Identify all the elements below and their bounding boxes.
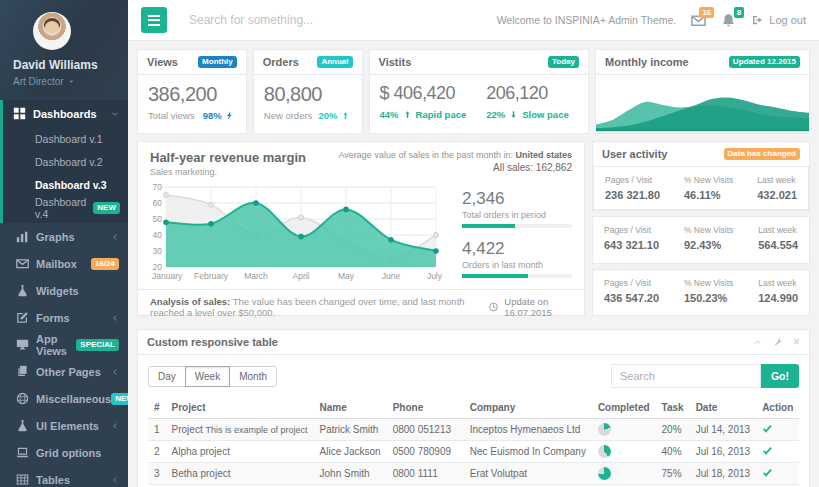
column-header-completed: Completed [592, 397, 656, 419]
visits-metric-1: 206,12022%Slow pace [486, 83, 568, 120]
monthly-income-panel: Monthly income Updated 12.2015 [595, 49, 810, 134]
cell-date: Jul 16, 2013 [690, 441, 757, 463]
column-header-action: Action [756, 397, 799, 419]
svg-text:70: 70 [153, 182, 163, 192]
income-title: Monthly income [605, 56, 689, 68]
cell-name: Patrick Smith [314, 419, 387, 441]
sidebar-item-miscellaneous[interactable]: MiscellaneousNEW [0, 385, 128, 412]
flask-icon [16, 419, 29, 432]
profile-role-dropdown[interactable]: Art Director [13, 76, 115, 87]
table-title: Custom responsive table [147, 336, 278, 348]
profile-name: David Williams [13, 58, 115, 72]
logout-button[interactable]: Log out [751, 14, 806, 26]
visits-badge: Today [548, 56, 579, 68]
flask-icon [16, 284, 29, 297]
sidebar-item-tables[interactable]: Tables [0, 466, 128, 487]
visits-value: $ 406,420 [380, 83, 467, 104]
table-row[interactable]: 2Alpha projectAlice Jackson0500 780909Ne… [148, 441, 799, 463]
sidebar-subitem-label: Dashboard v.3 [35, 179, 107, 191]
search-input[interactable] [189, 13, 497, 27]
kpi-value: 2,346 [462, 189, 572, 209]
sidebar-subitem-dashboard-v-3[interactable]: Dashboard v.3 [3, 173, 128, 196]
sidebar-item-widgets[interactable]: Widgets [0, 277, 128, 304]
sidebar-item-label: Dashboards [33, 108, 97, 120]
table-row[interactable]: 3Betha projectJohn Smith0800 1111Erat Vo… [148, 463, 799, 485]
sidebar-item-miscellaneous-link[interactable]: MiscellaneousNEW [3, 385, 128, 412]
close-panel-icon[interactable]: × [793, 338, 800, 347]
sidebar-item-tables-link[interactable]: Tables [3, 466, 128, 487]
views-badge: Monthly [198, 56, 237, 68]
sidebar-item-badge: NEW [111, 393, 128, 405]
sidebar-item-app-views[interactable]: App ViewsSPECIAL [0, 331, 128, 358]
range-button-week[interactable]: Week [185, 366, 230, 387]
th-large-icon [13, 107, 26, 120]
clock-icon [487, 302, 500, 312]
kpi-label: Total orders in period [462, 210, 572, 220]
sidebar-item-dashboards[interactable]: DashboardsDashboard v.1Dashboard v.2Dash… [0, 100, 128, 223]
hamburger-menu-button[interactable] [141, 7, 167, 33]
table-search-input[interactable] [611, 364, 761, 388]
sidebar-subitem-dashboard-v-1[interactable]: Dashboard v.1 [3, 127, 128, 150]
sidebar-item-app-views-link[interactable]: App ViewsSPECIAL [3, 331, 128, 358]
range-button-day[interactable]: Day [148, 366, 186, 387]
sidebar-item-label: App Views [36, 333, 76, 357]
sidebar-item-graphs-link[interactable]: Graphs [3, 223, 128, 250]
sidebar-item-grid-options[interactable]: Grid options [0, 439, 128, 466]
sidebar-item-other-pages[interactable]: Other Pages [0, 358, 128, 385]
revenue-panel: Half-year revenue margin Sales marketing… [137, 141, 585, 316]
chevron-down-icon [111, 110, 119, 118]
views-title: Views [147, 56, 178, 68]
sidebar-item-grid-options-link[interactable]: Grid options [3, 439, 128, 466]
revenue-update: Update on 16.07.2015 [487, 296, 572, 318]
sidebar-item-ui-elements-link[interactable]: UI Elements [3, 412, 128, 439]
sidebar-item-ui-elements[interactable]: UI Elements [0, 412, 128, 439]
sidebar-item-mailbox-link[interactable]: Mailbox16/24 [3, 250, 128, 277]
files-icon [16, 365, 29, 378]
sidebar-item-mailbox[interactable]: Mailbox16/24 [0, 250, 128, 277]
sidebar-item-forms[interactable]: Forms [0, 304, 128, 331]
visits-metric-0: $ 406,42044%Rapid pace [380, 83, 467, 120]
range-button-month[interactable]: Month [229, 366, 277, 387]
range-button-group: DayWeekMonth [148, 366, 277, 387]
sidebar-subitem-dashboard-v-4[interactable]: Dashboard v.4NEW [3, 196, 128, 219]
visits-value: 206,120 [486, 83, 568, 104]
sidebar-item-other-pages-link[interactable]: Other Pages [3, 358, 128, 385]
table-row[interactable]: 1Project This is example of projectPatri… [148, 419, 799, 441]
go-button[interactable]: Go! [761, 364, 799, 388]
check-icon[interactable] [762, 467, 773, 478]
user-activity-panel: User activity Data has changed Pages / V… [592, 141, 810, 316]
sidebar-item-widgets-link[interactable]: Widgets [3, 277, 128, 304]
views-delta: 98% [203, 110, 236, 121]
cell-completed [592, 419, 656, 441]
envelope-icon [16, 257, 29, 270]
sidebar-item-graphs[interactable]: Graphs [0, 223, 128, 250]
avatar[interactable] [33, 12, 71, 50]
orders-title: Orders [263, 56, 299, 68]
sidebar-item-dashboards-link[interactable]: Dashboards [3, 100, 128, 127]
sign-out-icon [751, 14, 764, 26]
sidebar-item-forms-link[interactable]: Forms [3, 304, 128, 331]
cell-action [756, 441, 799, 463]
messages-button[interactable]: 16 [691, 13, 706, 28]
cell-name: John Smith [314, 463, 387, 485]
svg-text:May: May [338, 271, 355, 281]
sidebar-subitem-label: Dashboard v.1 [35, 133, 103, 145]
notifications-count-badge: 8 [734, 7, 744, 19]
sidebar-item-label: Forms [36, 312, 70, 324]
check-icon[interactable] [762, 445, 773, 456]
cell-num: 2 [148, 441, 166, 463]
column-header-company: Company [464, 397, 592, 419]
sidebar-subitem-dashboard-v-2[interactable]: Dashboard v.2 [3, 150, 128, 173]
user-activity-cell: % New Visits46.11% [684, 175, 733, 201]
collapse-panel-icon[interactable] [751, 338, 764, 347]
views-label: Total views [148, 110, 194, 121]
orders-panel: Orders Annual 80,800 New orders 20% [253, 49, 363, 134]
check-icon[interactable] [762, 423, 773, 434]
wrench-icon[interactable] [772, 338, 785, 347]
sidebar-item-badge: SPECIAL [76, 339, 119, 351]
content: Views Monthly 386,200 Total views 98% Or… [128, 41, 819, 487]
cell-action [756, 419, 799, 441]
notifications-button[interactable]: 8 [721, 13, 736, 28]
visits-panel: Vistits Today $ 406,42044%Rapid pace206,… [369, 49, 589, 134]
sidebar-item-label: Miscellaneous [36, 393, 111, 405]
